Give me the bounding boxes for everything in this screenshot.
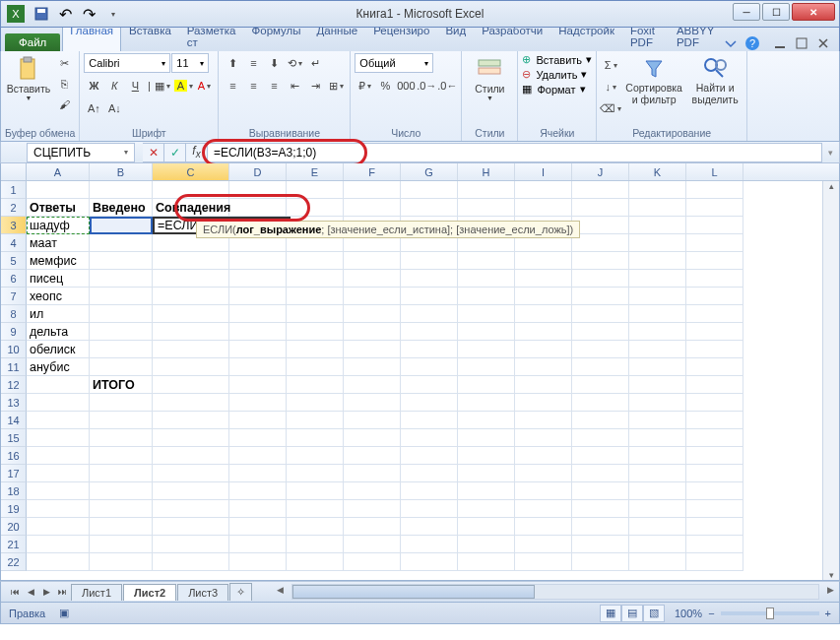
cell-J8[interactable]: [572, 305, 629, 323]
cell-B10[interactable]: [90, 341, 153, 358]
cell-F6[interactable]: [344, 270, 401, 288]
italic-icon[interactable]: К: [104, 76, 124, 96]
cell-L4[interactable]: [686, 234, 743, 252]
enter-formula-icon[interactable]: ✓: [164, 143, 186, 162]
cell-B15[interactable]: [90, 429, 153, 447]
cell-L6[interactable]: [686, 270, 743, 288]
fill-color-icon[interactable]: A: [173, 76, 193, 96]
cell-D10[interactable]: [229, 341, 287, 358]
cell-A11[interactable]: анубис: [27, 358, 90, 376]
cell-G22[interactable]: [401, 553, 458, 571]
row-header-8[interactable]: 8: [1, 305, 27, 323]
cell-J21[interactable]: [572, 536, 629, 553]
cell-K1[interactable]: [629, 181, 686, 199]
align-bottom-icon[interactable]: ⬇: [264, 53, 284, 73]
cell-A15[interactable]: [27, 429, 90, 447]
cell-I7[interactable]: [515, 288, 572, 305]
cell-L10[interactable]: [686, 341, 743, 358]
cell-F20[interactable]: [344, 518, 401, 536]
paste-button[interactable]: Вставить ▼: [5, 53, 52, 103]
cell-F9[interactable]: [344, 323, 401, 341]
cell-F21[interactable]: [344, 536, 401, 553]
cell-F5[interactable]: [344, 252, 401, 270]
cell-E8[interactable]: [287, 305, 344, 323]
cell-C12[interactable]: [153, 376, 229, 394]
cell-E6[interactable]: [287, 270, 344, 288]
cell-H14[interactable]: [458, 412, 515, 429]
sheet-nav-next-icon[interactable]: ▶: [38, 584, 54, 600]
new-sheet-button[interactable]: ✧: [229, 583, 252, 601]
cell-K21[interactable]: [629, 536, 686, 553]
cell-G12[interactable]: [401, 376, 458, 394]
cell-L20[interactable]: [686, 518, 743, 536]
row-header-14[interactable]: 14: [1, 412, 27, 429]
normal-view-icon[interactable]: ▦: [600, 605, 621, 622]
cell-L9[interactable]: [686, 323, 743, 341]
cell-E5[interactable]: [287, 252, 344, 270]
cell-L2[interactable]: [686, 199, 743, 217]
cell-B11[interactable]: [90, 358, 153, 376]
cell-C22[interactable]: [153, 553, 229, 571]
cell-B18[interactable]: [90, 482, 153, 500]
row-header-3[interactable]: 3: [1, 217, 27, 234]
sheet-tab-1[interactable]: Лист2: [123, 584, 176, 601]
cell-E22[interactable]: [287, 553, 344, 571]
cell-C7[interactable]: [153, 288, 229, 305]
cell-A18[interactable]: [27, 482, 90, 500]
cell-L16[interactable]: [686, 447, 743, 465]
cell-D19[interactable]: [229, 500, 287, 518]
cell-J18[interactable]: [572, 482, 629, 500]
merge-icon[interactable]: ⊞: [326, 76, 346, 96]
cell-F22[interactable]: [344, 553, 401, 571]
cell-E15[interactable]: [287, 429, 344, 447]
cell-I18[interactable]: [515, 482, 572, 500]
cell-E10[interactable]: [287, 341, 344, 358]
cell-J13[interactable]: [572, 394, 629, 412]
expand-formula-bar-icon[interactable]: ▾: [822, 148, 839, 158]
decrease-indent-icon[interactable]: ⇤: [285, 76, 304, 96]
row-header-10[interactable]: 10: [1, 341, 27, 358]
cell-C9[interactable]: [153, 323, 229, 341]
cell-D16[interactable]: [229, 447, 287, 465]
cell-K3[interactable]: [629, 217, 686, 234]
grow-font-icon[interactable]: A↑: [84, 98, 103, 118]
cell-D21[interactable]: [229, 536, 287, 553]
comma-icon[interactable]: 000: [396, 76, 416, 96]
cell-L7[interactable]: [686, 288, 743, 305]
minimize-button[interactable]: ─: [733, 3, 760, 21]
cell-A5[interactable]: мемфис: [27, 252, 90, 270]
row-header-11[interactable]: 11: [1, 358, 27, 376]
cell-J6[interactable]: [572, 270, 629, 288]
cell-D12[interactable]: [229, 376, 287, 394]
cell-C16[interactable]: [153, 447, 229, 465]
row-header-19[interactable]: 19: [1, 500, 27, 518]
cell-L19[interactable]: [686, 500, 743, 518]
cell-G1[interactable]: [401, 181, 458, 199]
cell-A13[interactable]: [27, 394, 90, 412]
align-right-icon[interactable]: ≡: [264, 76, 284, 96]
cell-J15[interactable]: [572, 429, 629, 447]
cell-D9[interactable]: [229, 323, 287, 341]
cell-D11[interactable]: [229, 358, 287, 376]
cell-L1[interactable]: [686, 181, 743, 199]
cell-K9[interactable]: [629, 323, 686, 341]
cell-F14[interactable]: [344, 412, 401, 429]
col-header-F[interactable]: F: [344, 163, 401, 180]
cell-H6[interactable]: [458, 270, 515, 288]
cell-C8[interactable]: [153, 305, 229, 323]
cell-F19[interactable]: [344, 500, 401, 518]
cell-K14[interactable]: [629, 412, 686, 429]
cell-A19[interactable]: [27, 500, 90, 518]
sheet-tab-0[interactable]: Лист1: [71, 584, 122, 601]
sheet-nav-last-icon[interactable]: ⏭: [54, 584, 70, 600]
number-format-box[interactable]: Общий▾: [355, 53, 433, 73]
cell-I10[interactable]: [515, 341, 572, 358]
col-header-E[interactable]: E: [287, 163, 344, 180]
cell-B22[interactable]: [90, 553, 153, 571]
help-icon[interactable]: ?: [744, 35, 760, 51]
col-header-A[interactable]: A: [27, 163, 90, 180]
cell-G11[interactable]: [401, 358, 458, 376]
cell-F15[interactable]: [344, 429, 401, 447]
cell-G21[interactable]: [401, 536, 458, 553]
cell-E21[interactable]: [287, 536, 344, 553]
